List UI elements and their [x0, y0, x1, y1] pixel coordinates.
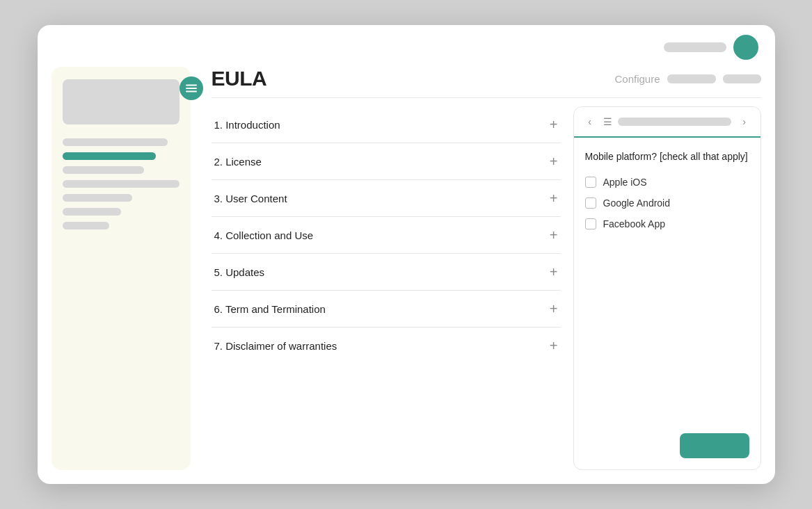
sidebar-line-3: [63, 166, 145, 174]
panel-footer: [574, 425, 761, 469]
checkbox-item-facebook[interactable]: Facebook App: [585, 218, 749, 229]
accordion-label-5: 5. Updates: [214, 266, 265, 278]
panel-nav: ‹ ☰ ›: [574, 107, 761, 138]
accordion-toggle-2[interactable]: +: [550, 154, 558, 168]
checkbox-group: Apple iOS Google Android Facebook App: [585, 177, 749, 412]
header-pill-1: [667, 74, 716, 83]
sidebar-line-5: [63, 194, 133, 202]
sidebar-line-7: [63, 222, 109, 229]
checkbox-item-ios[interactable]: Apple iOS: [585, 177, 749, 188]
accordion-item-6[interactable]: 6. Term and Termination +: [212, 291, 561, 328]
accordion-toggle-7[interactable]: +: [550, 339, 558, 353]
accordion-label-6: 6. Term and Termination: [214, 303, 326, 315]
sidebar-line-6: [63, 208, 121, 216]
accordion-label-4: 4. Collection and Use: [214, 229, 314, 241]
panel-nav-pill: [618, 118, 731, 126]
accordion-item-4[interactable]: 4. Collection and Use +: [212, 217, 561, 254]
header-right: Configure: [614, 73, 761, 85]
sidebar-line-active: [63, 152, 156, 160]
panel-menu-icon: ☰: [603, 116, 612, 127]
accordion-label-2: 2. License: [214, 156, 262, 168]
svg-rect-1: [186, 88, 197, 89]
svg-rect-0: [186, 84, 197, 86]
accordion-label-3: 3. User Content: [214, 193, 287, 204]
menu-button[interactable]: [180, 76, 203, 100]
svg-rect-2: [186, 91, 197, 92]
user-avatar[interactable]: [733, 35, 758, 60]
checkbox-item-android[interactable]: Google Android: [585, 197, 749, 209]
checkbox-label-facebook: Facebook App: [603, 218, 666, 229]
right-panel: ‹ ☰ › Mobile platform? [check all that a…: [573, 106, 761, 470]
content-area: EULA Configure 1. Introduction + 2. Lice…: [212, 67, 761, 470]
accordion-item-1[interactable]: 1. Introduction +: [212, 106, 561, 143]
top-bar-pill: [664, 42, 726, 52]
sidebar-line-1: [63, 138, 168, 146]
sidebar: [51, 67, 191, 470]
accordion-item-7[interactable]: 7. Disclaimer of warranties +: [212, 328, 561, 364]
accordion-toggle-6[interactable]: +: [550, 302, 558, 316]
accordion-toggle-3[interactable]: +: [550, 191, 558, 205]
panel-submit-button[interactable]: [680, 433, 749, 458]
main-layout: EULA Configure 1. Introduction + 2. Lice…: [38, 60, 775, 484]
accordion-label-7: 7. Disclaimer of warranties: [214, 340, 337, 352]
page-title: EULA: [212, 67, 267, 90]
checkbox-label-ios: Apple iOS: [603, 177, 647, 188]
accordion-item-2[interactable]: 2. License +: [212, 143, 561, 180]
top-bar: [38, 25, 775, 60]
sidebar-line-4: [63, 180, 180, 188]
sidebar-nav: [63, 138, 180, 229]
accordion-label-1: 1. Introduction: [214, 119, 280, 131]
panel-question: Mobile platform? [check all that apply]: [585, 150, 749, 164]
checkbox-facebook[interactable]: [585, 218, 596, 229]
checkbox-android[interactable]: [585, 197, 596, 209]
content-header: EULA Configure: [212, 67, 761, 98]
accordion-item-5[interactable]: 5. Updates +: [212, 254, 561, 291]
panel-next-button[interactable]: ›: [737, 114, 752, 129]
panel-prev-button[interactable]: ‹: [582, 114, 598, 129]
panel-content: Mobile platform? [check all that apply] …: [574, 138, 761, 425]
configure-label: Configure: [614, 73, 660, 85]
accordion-toggle-4[interactable]: +: [550, 228, 558, 242]
accordion-toggle-1[interactable]: +: [550, 118, 558, 131]
accordion-item-3[interactable]: 3. User Content +: [212, 180, 561, 217]
checkbox-label-android: Google Android: [603, 197, 671, 209]
two-col-layout: 1. Introduction + 2. License + 3. User C…: [212, 98, 761, 470]
accordion-list: 1. Introduction + 2. License + 3. User C…: [212, 106, 561, 470]
header-pill-2: [723, 74, 761, 83]
sidebar-image: [63, 79, 180, 124]
accordion-toggle-5[interactable]: +: [550, 265, 558, 279]
app-window: EULA Configure 1. Introduction + 2. Lice…: [38, 25, 775, 484]
checkbox-ios[interactable]: [585, 177, 596, 188]
